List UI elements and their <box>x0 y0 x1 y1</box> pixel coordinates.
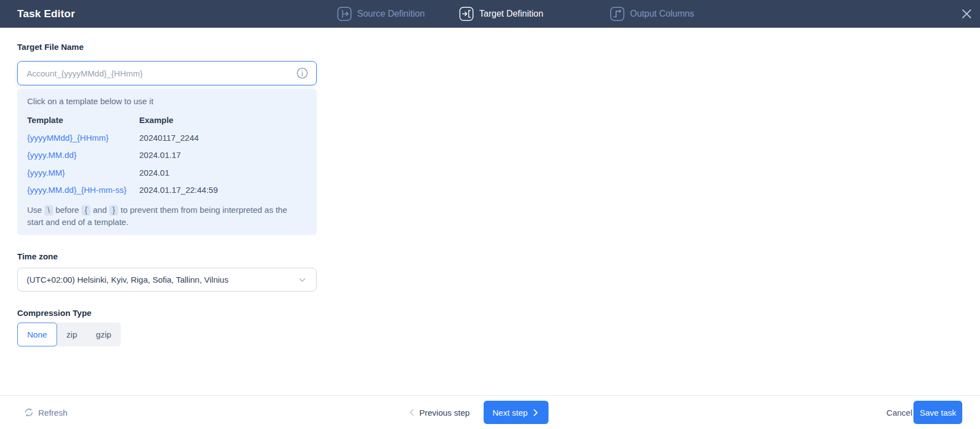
template-link[interactable]: {yyyy.MM} <box>27 168 65 177</box>
tab-output-columns[interactable]: Output Columns <box>610 0 694 28</box>
template-table: Template Example {yyyyMMdd}_{HHmm} 20240… <box>27 111 307 199</box>
chevron-left-icon <box>408 408 416 417</box>
footer-bar: Refresh Previous step Next step Cancel S… <box>0 395 980 429</box>
refresh-icon <box>23 407 34 418</box>
note-text: before <box>55 205 79 214</box>
template-example: 2024.01.17_22:44:59 <box>139 185 218 195</box>
open-brace-chip: { <box>82 205 91 216</box>
time-zone-selected-value: (UTC+02:00) Helsinki, Kyiv, Riga, Sofia,… <box>27 275 229 284</box>
template-helper-panel: Click on a template below to use it Temp… <box>17 89 317 235</box>
previous-step-label: Previous step <box>419 408 470 417</box>
close-icon <box>961 13 973 22</box>
template-link[interactable]: {yyyyMMdd}_{HHmm} <box>27 133 109 142</box>
escape-note: Use \ before { and } to prevent them fro… <box>27 204 304 228</box>
tab-label-output: Output Columns <box>630 9 694 19</box>
template-helper-intro: Click on a template below to use it <box>27 96 307 107</box>
next-step-button[interactable]: Next step <box>484 401 549 424</box>
header-bar: Task Editor Source Definition <box>0 0 980 28</box>
output-columns-icon <box>610 7 624 21</box>
table-row: {yyyy.MM.dd} 2024.01.17 <box>27 146 307 164</box>
template-link[interactable]: {yyyy.MM.dd} <box>27 150 77 160</box>
compression-option-none[interactable]: None <box>17 323 57 346</box>
task-editor-window: Task Editor Source Definition <box>0 0 980 429</box>
template-example: 2024.01.17 <box>139 150 181 160</box>
close-brace-chip: } <box>109 205 119 216</box>
time-zone-select[interactable]: (UTC+02:00) Helsinki, Kyiv, Riga, Sofia,… <box>17 268 317 292</box>
info-icon[interactable] <box>296 67 308 79</box>
table-row: {yyyyMMdd}_{HHmm} 20240117_2244 <box>27 129 307 147</box>
note-text: Use <box>27 205 42 214</box>
template-example: 20240117_2244 <box>139 133 199 142</box>
compression-option-zip[interactable]: zip <box>57 323 87 346</box>
template-example: 2024.01 <box>139 168 169 177</box>
chevron-down-icon <box>297 275 307 285</box>
target-definition-icon <box>459 7 474 21</box>
table-row: {yyyy.MM.dd}_{HH-mm-ss} 2024.01.17_22:44… <box>27 181 307 199</box>
compression-type-label: Compression Type <box>17 308 92 318</box>
tab-label-source: Source Definition <box>357 9 425 19</box>
save-task-button[interactable]: Save task <box>913 401 962 424</box>
refresh-label: Refresh <box>38 408 68 417</box>
page-title: Task Editor <box>17 8 75 20</box>
template-link[interactable]: {yyyy.MM.dd}_{HH-mm-ss} <box>27 185 126 195</box>
source-definition-icon <box>337 7 352 21</box>
chevron-right-icon <box>531 408 540 417</box>
template-table-header: Template Example <box>27 111 307 129</box>
compression-type-group: None zip gzip <box>17 323 121 346</box>
previous-step-button[interactable]: Previous step <box>408 408 470 417</box>
backslash-chip: \ <box>44 205 53 216</box>
tab-source-definition[interactable]: Source Definition <box>337 0 425 28</box>
time-zone-label: Time zone <box>17 252 58 261</box>
example-column-header: Example <box>139 115 174 125</box>
target-file-name-label: Target File Name <box>17 42 84 52</box>
compression-option-gzip[interactable]: gzip <box>87 323 121 346</box>
table-row: {yyyy.MM} 2024.01 <box>27 164 307 182</box>
tab-label-target: Target Definition <box>479 9 544 19</box>
close-button[interactable] <box>960 8 973 21</box>
refresh-button[interactable]: Refresh <box>23 407 68 418</box>
target-file-name-input[interactable] <box>18 62 296 85</box>
target-file-name-field <box>17 61 317 85</box>
next-step-label: Next step <box>492 408 527 417</box>
cancel-button[interactable]: Cancel <box>886 408 912 417</box>
tab-target-definition[interactable]: Target Definition <box>459 0 544 28</box>
note-text: and <box>93 205 107 214</box>
template-column-header: Template <box>27 115 139 125</box>
